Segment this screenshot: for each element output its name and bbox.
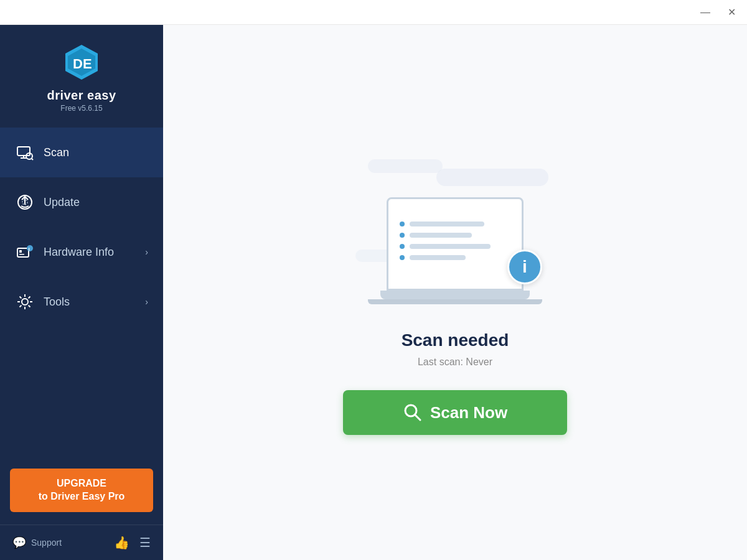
logo-area: DE driver easy Free v5.6.15 [0,25,163,128]
svg-line-7 [32,159,33,160]
laptop-illustration [380,197,530,299]
support-chat-icon: 💬 [12,536,26,549]
svg-point-14 [27,245,33,251]
svg-rect-11 [17,248,29,257]
scan-now-button[interactable]: Scan Now [343,390,567,435]
tools-label: Tools [44,296,145,309]
bottom-icons: 👍 ☰ [114,535,151,550]
cloud-decoration-1 [436,169,548,186]
laptop-body [380,291,530,299]
update-icon [15,192,35,212]
svg-text:DE: DE [73,56,92,72]
svg-point-16 [22,299,28,305]
svg-line-22 [29,306,31,307]
scan-now-label: Scan Now [430,403,507,422]
app-version: Free v5.6.15 [60,104,102,113]
screen-content [388,214,522,274]
sidebar-item-hardware-info[interactable]: i Hardware Info › [0,227,163,277]
nav-menu: Scan Update [0,128,163,461]
hardware-info-chevron: › [145,247,148,257]
sidebar-bottom: 💬 Support 👍 ☰ [0,525,163,560]
scan-status-subtitle: Last scan: Never [418,357,492,368]
sidebar-item-update[interactable]: Update [0,177,163,227]
sidebar-item-tools[interactable]: Tools › [0,277,163,327]
scan-now-icon [403,403,423,422]
tools-icon [15,292,35,312]
app-body: DE driver easy Free v5.6.15 Scan [0,25,747,560]
info-badge: i [507,250,542,284]
main-content: i Scan needed Last scan: Never Scan Now [163,25,747,560]
upgrade-button[interactable]: UPGRADE to Driver Easy Pro [10,469,153,512]
support-label: Support [31,538,62,548]
sidebar: DE driver easy Free v5.6.15 Scan [0,25,163,560]
hardware-info-icon: i [15,242,35,262]
laptop-screen [387,197,524,291]
svg-rect-3 [17,147,30,156]
scan-icon [15,142,35,162]
scan-status-title: Scan needed [402,330,509,350]
illustration: i [343,150,567,312]
upgrade-line1: UPGRADE [16,477,147,490]
svg-line-23 [29,297,31,299]
menu-icon[interactable]: ☰ [139,535,151,550]
upgrade-line2: to Driver Easy Pro [16,490,147,503]
titlebar: — ✕ [0,0,747,25]
thumbs-up-icon[interactable]: 👍 [114,535,129,550]
svg-rect-12 [19,250,22,253]
close-button[interactable]: ✕ [724,6,740,19]
svg-line-26 [415,415,420,420]
minimize-button[interactable]: — [697,6,714,19]
svg-line-24 [20,306,22,307]
tools-chevron: › [145,297,148,307]
svg-text:i: i [29,246,30,252]
hardware-info-label: Hardware Info [44,246,145,259]
scan-label: Scan [44,146,148,159]
svg-rect-13 [19,254,24,255]
cloud-decoration-2 [368,159,443,173]
logo-icon: DE [62,42,101,82]
svg-line-21 [20,297,22,299]
support-button[interactable]: 💬 Support [12,536,62,549]
update-label: Update [44,196,148,209]
app-name: driver easy [47,88,116,103]
sidebar-item-scan[interactable]: Scan [0,128,163,177]
